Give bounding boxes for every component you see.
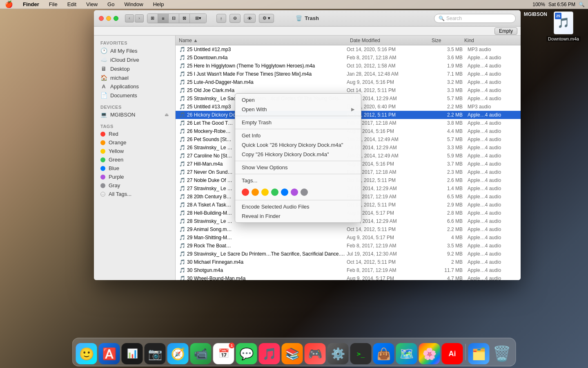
file-row[interactable]: 🎵 29 Animal Song.m… Oct 14, 2012, 5:11 P… (176, 225, 521, 233)
file-kind-cell: Apple…4 audio (464, 169, 517, 175)
apple-menu[interactable]: 🍎 (3, 0, 15, 8)
col-header-kind[interactable]: Kind (464, 38, 517, 43)
cover-view-btn[interactable]: ⊠ (179, 14, 190, 23)
file-row[interactable]: 🎵 29 Rock The Boat… Feb 8, 2017, 12:19 A… (176, 242, 521, 250)
dock-photos-app[interactable]: 📷 (145, 343, 166, 364)
dock-finder[interactable]: 🙂 (76, 343, 97, 364)
back-button[interactable]: ‹ (125, 14, 134, 22)
column-view-btn[interactable]: ⊟ (169, 14, 179, 23)
dock-files[interactable]: 🗂️ (468, 343, 490, 364)
maximize-button[interactable] (114, 16, 118, 21)
view-menu[interactable]: View (85, 1, 99, 7)
col-header-name[interactable]: Name ▲ (179, 38, 350, 43)
ctx-show-view-options[interactable]: Show View Options (235, 163, 361, 172)
ctx-empty-trash[interactable]: Empty Trash (235, 118, 361, 127)
gear-button[interactable]: ⚙ ▾ (259, 14, 274, 23)
ctx-reveal-in-finder[interactable]: Reveal in Finder (235, 211, 361, 221)
ctx-tag-orange[interactable] (252, 188, 259, 196)
dock-calendar[interactable]: 📅 1 (213, 343, 234, 364)
window-menu[interactable]: Window (122, 1, 145, 7)
ctx-tag-yellow[interactable] (261, 188, 269, 196)
ctx-tags[interactable]: Tags... (235, 176, 361, 185)
ctx-encode-audio[interactable]: Encode Selected Audio Files (235, 202, 361, 211)
dock-activity[interactable]: 📊 (122, 343, 143, 364)
file-date-cell: Aug 9, 2014, 5:17 PM (347, 276, 428, 280)
dock-messages[interactable]: 💬 (236, 343, 257, 364)
forward-button[interactable]: › (135, 14, 144, 22)
sidebar-tag-all-tags[interactable]: … All Tags... (94, 190, 175, 198)
ctx-copy[interactable]: Copy "26 Hickory Dickory Dock.m4a" (235, 150, 361, 159)
file-row[interactable]: 🎵 30 Michael Finnegan.m4a Oct 14, 2012, … (176, 258, 521, 266)
col-header-date[interactable]: Date Modified (350, 38, 432, 43)
list-view-btn[interactable]: ≡ (158, 14, 169, 23)
file-row[interactable]: 🎵 30 Wheel-Bound-Man.m4a Aug 9, 2014, 5:… (176, 274, 521, 280)
dock-trash[interactable]: 🗑️ (491, 343, 512, 364)
go-menu[interactable]: Go (106, 1, 116, 7)
col-header-size[interactable]: Size (432, 38, 464, 43)
ctx-tag-purple[interactable] (291, 188, 298, 196)
help-menu[interactable]: Help (151, 1, 166, 7)
dock-wallet[interactable]: 👜 (373, 343, 394, 364)
file-row[interactable]: 🎵 30 Shotgun.m4a Feb 8, 2017, 12:19 AM 1… (176, 266, 521, 274)
group-view-btn[interactable]: ⊞▾ (190, 14, 206, 23)
desktop-file-icon[interactable]: 🎵 25 Downtown.m4a (547, 11, 580, 42)
icon-view-btn[interactable]: ⊞ (147, 14, 158, 23)
sidebar-tag-blue[interactable]: Blue (94, 164, 175, 173)
file-row[interactable]: 🎵 29 Stravinsky_ Le Sacre Du Printem…The… (176, 250, 521, 258)
sidebar-tag-red[interactable]: Red (94, 130, 175, 138)
sidebar-tag-orange[interactable]: Orange (94, 138, 175, 147)
file-type-icon: 🎵 (179, 128, 185, 134)
empty-trash-button[interactable]: Empty (494, 27, 517, 35)
share-button[interactable]: ↑ (216, 14, 226, 23)
sidebar-tag-green[interactable]: Green (94, 155, 175, 164)
dock-system-prefs[interactable]: ⚙️ (327, 343, 349, 364)
dock-arcade[interactable]: 🎮 (305, 343, 326, 364)
dock-appstore[interactable]: 🅰️ (99, 343, 120, 364)
dock-terminal[interactable]: >_ (350, 343, 372, 364)
minimize-button[interactable] (106, 16, 111, 21)
search-box[interactable]: 🔍 Search (434, 14, 516, 23)
file-row[interactable]: 🎵 25 Downtown.m4a Feb 8, 2017, 12:18 AM … (176, 54, 521, 62)
dock-photos2[interactable]: 🌸 (419, 343, 440, 364)
ctx-open[interactable]: Open (235, 95, 361, 105)
dock-adobe[interactable]: Ai (442, 343, 463, 364)
close-button[interactable] (99, 16, 104, 21)
ctx-tag-red[interactable] (242, 188, 249, 196)
eye-button[interactable]: 👁 (244, 14, 256, 23)
ctx-tag-blue[interactable] (281, 188, 288, 196)
ctx-get-info[interactable]: Get Info (235, 131, 361, 140)
dock-maps[interactable]: 🗺️ (396, 343, 417, 364)
sidebar-tag-yellow[interactable]: Yellow (94, 147, 175, 155)
eject-button[interactable]: ⏏ (165, 112, 169, 117)
tag-button[interactable]: ⊖ (229, 14, 241, 23)
sidebar-item-michael[interactable]: 🏠 michael (94, 73, 175, 82)
ctx-open-with[interactable]: Open With ▶ (235, 105, 361, 114)
file-row[interactable]: 🎵 25 Here In Higglytown (Theme To Higgly… (176, 62, 521, 70)
dock-books[interactable]: 📚 (282, 343, 303, 364)
file-row[interactable]: 🎵 25 Lute-And-Dagger-Man.m4a Aug 9, 2014… (176, 78, 521, 86)
sidebar-item-mgibson[interactable]: 💻 MGIBSON ⏏ (94, 110, 175, 119)
ctx-quick-look[interactable]: Quick Look "26 Hickory Dickory Dock.m4a" (235, 140, 361, 150)
sidebar-tag-purple[interactable]: Purple (94, 173, 175, 181)
ctx-tag-green[interactable] (271, 188, 278, 196)
sidebar-item-icloud[interactable]: ☁️ iCloud Drive (94, 55, 175, 64)
finder-menu[interactable]: Finder (21, 1, 41, 7)
ctx-tag-gray[interactable] (301, 188, 308, 196)
sidebar-item-all-my-files[interactable]: 🕐 All My Files (94, 46, 175, 55)
edit-menu[interactable]: Edit (66, 1, 78, 7)
file-type-icon: 🎵 (179, 251, 185, 257)
sidebar-item-applications[interactable]: A Applications (94, 82, 175, 91)
file-row[interactable]: 🎵 25 I Just Wasn't Made For These Times … (176, 70, 521, 78)
dock-safari[interactable]: 🧭 (167, 343, 189, 364)
dock-facetime[interactable]: 📹 (190, 343, 212, 364)
file-size-cell: 2.8 MB (430, 210, 463, 216)
sidebar-label-desktop: Desktop (110, 66, 130, 72)
search-icon[interactable]: 🔍 (579, 2, 585, 7)
file-row[interactable]: 🎵 29 Man-Shitting-M… Aug 9, 2014, 5:17 P… (176, 233, 521, 242)
sidebar-tag-gray[interactable]: Gray (94, 181, 175, 190)
file-menu[interactable]: File (47, 1, 59, 7)
sidebar-item-desktop[interactable]: 🖥 Desktop (94, 64, 175, 73)
sidebar-item-documents[interactable]: 📄 Documents (94, 91, 175, 100)
dock-music[interactable]: 🎵 (259, 343, 280, 364)
file-row[interactable]: 🎵 25 Untitled #12.mp3 Oct 14, 2020, 5:16… (176, 45, 521, 54)
